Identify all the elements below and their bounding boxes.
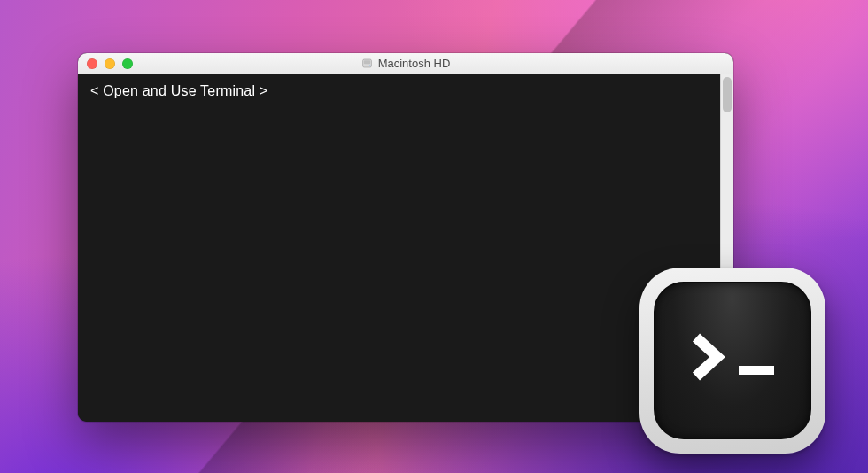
terminal-line: < Open and Use Terminal > xyxy=(90,83,708,99)
terminal-content[interactable]: < Open and Use Terminal > xyxy=(78,74,720,422)
disk-icon xyxy=(361,58,373,69)
scrollbar-thumb[interactable] xyxy=(723,77,732,112)
maximize-button[interactable] xyxy=(122,58,133,69)
app-icon-screen xyxy=(654,282,811,439)
window-titlebar[interactable]: Macintosh HD xyxy=(78,53,733,74)
svg-point-2 xyxy=(369,66,370,66)
terminal-app-icon[interactable] xyxy=(639,268,825,454)
svg-rect-1 xyxy=(364,60,370,64)
window-title: Macintosh HD xyxy=(378,57,451,70)
prompt-cursor-icon xyxy=(739,366,774,375)
close-button[interactable] xyxy=(87,58,97,69)
minimize-button[interactable] xyxy=(105,58,115,69)
prompt-chevron-icon xyxy=(691,330,730,384)
traffic-lights xyxy=(78,58,133,69)
svg-rect-0 xyxy=(362,59,371,67)
terminal-window: Macintosh HD < Open and Use Terminal > xyxy=(78,53,733,422)
